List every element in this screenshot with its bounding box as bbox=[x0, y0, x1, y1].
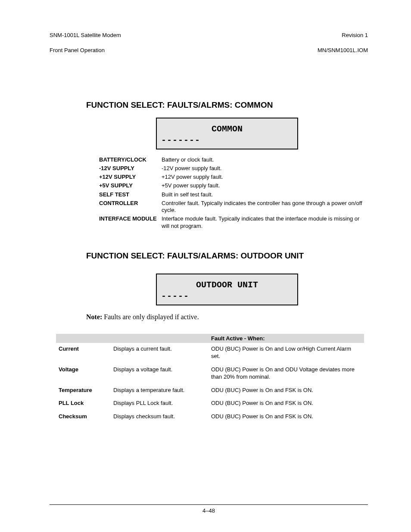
header-right-line2: MN/SNM1001L.IOM bbox=[318, 47, 368, 54]
common-faults-list: BATTERY/CLOCK Battery or clock fault. -1… bbox=[99, 156, 368, 230]
table-when: ODU (BUC) Power is On and Low or/High Cu… bbox=[209, 343, 364, 364]
table-when: ODU (BUC) Power is On and ODU Voltage de… bbox=[209, 364, 364, 384]
fault-term: +5V SUPPLY bbox=[99, 182, 162, 189]
note-label: Note: bbox=[86, 313, 102, 320]
header-left-line1: SNM-1001L Satellite Modem bbox=[50, 31, 121, 39]
fault-row: +12V SUPPLY +12V power supply fault. bbox=[99, 174, 368, 180]
header-left-line2: Front Panel Operation bbox=[50, 47, 121, 54]
table-row: Voltage Displays a voltage fault. ODU (B… bbox=[56, 364, 364, 384]
lcd-main-text: COMMON bbox=[161, 124, 293, 135]
outdoor-fault-table: Fault Active - When: Current Displays a … bbox=[56, 334, 364, 424]
table-when: ODU (BUC) Power is On and FSK is ON. bbox=[209, 384, 364, 398]
fault-row: +5V SUPPLY +5V power supply fault. bbox=[99, 182, 368, 189]
fault-row: SELF TEST Built in self test fault. bbox=[99, 191, 368, 198]
table-term: Voltage bbox=[56, 364, 111, 384]
fault-row: -12V SUPPLY -12V power supply fault. bbox=[99, 165, 368, 172]
fault-term: INTERFACE MODULE bbox=[99, 215, 162, 222]
lcd-display-common: COMMON ------- bbox=[156, 118, 298, 149]
lcd-sub-text: ----- bbox=[161, 291, 293, 302]
lcd-main-text: OUTDOOR UNIT bbox=[161, 280, 293, 291]
fault-term: -12V SUPPLY bbox=[99, 165, 162, 171]
table-row: Temperature Displays a temperature fault… bbox=[56, 384, 364, 398]
fault-desc: +5V power supply fault. bbox=[162, 182, 368, 189]
table-when: ODU (BUC) Power is On and FSK is ON. bbox=[209, 397, 364, 411]
fault-row: INTERFACE MODULE Interface module fault.… bbox=[99, 215, 368, 230]
fault-desc: Built in self test fault. bbox=[162, 191, 368, 198]
table-desc: Displays PLL Lock fault. bbox=[111, 397, 209, 411]
fault-desc: Interface module fault. Typically indica… bbox=[162, 215, 368, 230]
table-desc: Displays a voltage fault. bbox=[111, 364, 209, 384]
note-text: Faults are only displayed if active. bbox=[102, 313, 199, 320]
table-term: Temperature bbox=[56, 384, 111, 398]
table-desc: Displays checksum fault. bbox=[111, 411, 209, 424]
table-row: Current Displays a current fault. ODU (B… bbox=[56, 343, 364, 364]
table-when: ODU (BUC) Power is On and FSK is ON. bbox=[209, 411, 364, 424]
section2-title: FUNCTION SELECT: FAULTS/ALARMS: OUTDOOR … bbox=[86, 251, 368, 261]
table-header-empty2 bbox=[111, 334, 209, 343]
page-header: SNM-1001L Satellite Modem Front Panel Op… bbox=[50, 24, 368, 62]
table-term: Checksum bbox=[56, 411, 111, 424]
fault-desc: -12V power supply fault. bbox=[162, 165, 368, 172]
table-header-empty1 bbox=[56, 334, 111, 343]
table-term: Current bbox=[56, 343, 111, 364]
table-row: PLL Lock Displays PLL Lock fault. ODU (B… bbox=[56, 397, 364, 411]
fault-term: CONTROLLER bbox=[99, 200, 162, 206]
table-term: PLL Lock bbox=[56, 397, 111, 411]
fault-desc: +12V power supply fault. bbox=[162, 174, 368, 180]
header-right-line1: Revision 1 bbox=[318, 31, 368, 39]
table-desc: Displays a temperature fault. bbox=[111, 384, 209, 398]
lcd-display-outdoor: OUTDOOR UNIT ----- bbox=[156, 274, 298, 305]
fault-desc: Battery or clock fault. bbox=[162, 156, 368, 163]
fault-term: +12V SUPPLY bbox=[99, 174, 162, 180]
note-line: Note: Faults are only displayed if activ… bbox=[86, 313, 368, 321]
fault-term: BATTERY/CLOCK bbox=[99, 156, 162, 163]
table-header-when: Fault Active - When: bbox=[209, 334, 364, 343]
page-number: 4–48 bbox=[202, 507, 215, 514]
fault-term: SELF TEST bbox=[99, 191, 162, 198]
section1-title: FUNCTION SELECT: FAULTS/ALRMS: COMMON bbox=[86, 100, 368, 110]
fault-desc: Controller fault. Typically indicates th… bbox=[162, 200, 368, 214]
table-desc: Displays a current fault. bbox=[111, 343, 209, 364]
fault-row: BATTERY/CLOCK Battery or clock fault. bbox=[99, 156, 368, 163]
fault-row: CONTROLLER Controller fault. Typically i… bbox=[99, 200, 368, 214]
lcd-sub-text: ------- bbox=[161, 135, 293, 146]
page-footer: 4–48 bbox=[50, 504, 368, 514]
table-row: Checksum Displays checksum fault. ODU (B… bbox=[56, 411, 364, 424]
